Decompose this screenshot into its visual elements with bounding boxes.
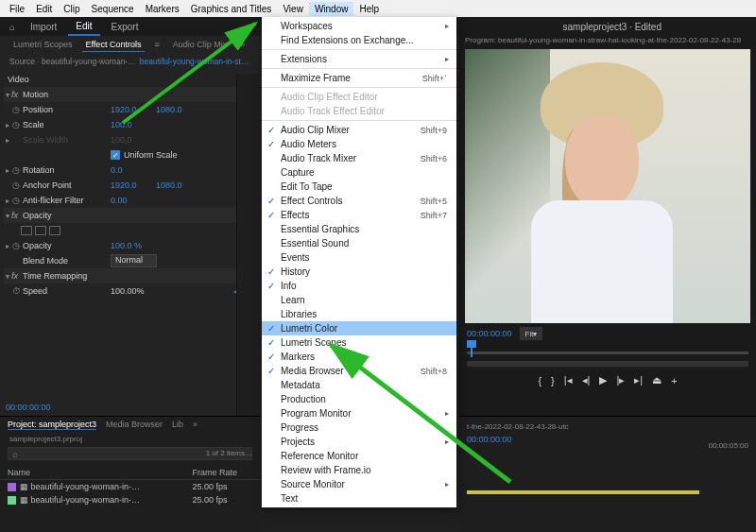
speed-value[interactable]: 100.00% (111, 286, 156, 296)
window-menu-item-lumetri-color[interactable]: ✓Lumetri Color (262, 321, 456, 335)
window-menu-item-media-browser[interactable]: ✓Media BrowserShift+8 (262, 364, 456, 378)
window-menu-item-metadata[interactable]: Metadata (262, 378, 456, 392)
menu-sequence[interactable]: Sequence (86, 2, 140, 16)
window-menu-item-capture[interactable]: Capture (262, 165, 456, 180)
timeline-clip[interactable] (467, 490, 699, 494)
menu-edit[interactable]: Edit (30, 2, 58, 16)
column-framerate[interactable]: Frame Rate (184, 466, 260, 480)
opacity-header[interactable]: ▾ fx Opacity (4, 208, 256, 223)
menu-view[interactable]: View (277, 2, 309, 16)
window-menu-item-projects[interactable]: Projects▸ (262, 435, 456, 449)
table-row[interactable]: ▦ beautiful-young-woman-in-… 25.00 fps (0, 480, 260, 494)
window-menu-item-maximize-frame[interactable]: Maximize FrameShift+` (262, 71, 456, 85)
program-zoom-dropdown[interactable]: Fit ▾ (520, 327, 543, 340)
tab-libraries[interactable]: Lib (172, 420, 183, 430)
tab-panel-menu[interactable]: ≡ (150, 38, 163, 51)
tab-media-browser[interactable]: Media Browser (106, 420, 163, 430)
stopwatch-icon[interactable]: ◷ (11, 105, 21, 114)
scrub-bar[interactable] (467, 361, 748, 367)
mark-in-button[interactable]: { (538, 375, 541, 386)
blend-mode-dropdown[interactable]: Normal (111, 254, 157, 267)
rotation-value[interactable]: 0.0 (111, 165, 156, 175)
menu-clip[interactable]: Clip (58, 2, 85, 16)
play-button[interactable]: ▶ (599, 374, 607, 386)
program-time-slider[interactable] (467, 346, 748, 367)
timeline-timecode[interactable]: 00:00:00:00 (467, 435, 748, 444)
settings-button[interactable]: + (671, 375, 677, 386)
step-back-button[interactable]: ◂| (582, 374, 591, 386)
window-menu-item-libraries[interactable]: Libraries (262, 307, 456, 321)
stopwatch-icon[interactable]: ◷ (11, 196, 21, 205)
window-menu-item-events[interactable]: Events (262, 250, 456, 265)
window-menu-item-essential-sound[interactable]: Essential Sound (262, 236, 456, 250)
label-color-chip[interactable] (8, 496, 16, 505)
stopwatch-icon[interactable]: ◷ (11, 165, 21, 175)
window-menu-item-extensions[interactable]: Extensions▸ (262, 52, 456, 66)
tab-overflow[interactable]: » (236, 38, 249, 51)
ellipse-mask-icon[interactable] (21, 226, 32, 235)
pen-mask-icon[interactable] (49, 226, 60, 235)
anchor-x[interactable]: 1920.0 (111, 180, 156, 190)
stopwatch-icon[interactable]: ◷ (11, 120, 21, 129)
tab-effect-controls[interactable]: Effect Controls (82, 38, 146, 52)
program-video-frame[interactable] (465, 49, 750, 323)
flicker-value[interactable]: 0.00 (111, 196, 156, 205)
window-menu-item-info[interactable]: ✓Info (262, 279, 456, 293)
window-menu-item-effects[interactable]: ✓EffectsShift+7 (262, 208, 456, 222)
home-icon[interactable]: ⌂ (6, 20, 19, 33)
window-menu-item-audio-meters[interactable]: ✓Audio Meters (262, 137, 456, 151)
window-menu-item-audio-clip-mixer[interactable]: ✓Audio Clip MixerShift+9 (262, 123, 456, 137)
tab-audio-clip-mixer[interactable]: Audio Clip Mix (169, 38, 232, 51)
time-remapping-header[interactable]: ▾ fx Time Remapping (4, 268, 256, 283)
workspace-tab-edit[interactable]: Edit (68, 18, 99, 36)
window-menu-item-production[interactable]: Production (262, 392, 456, 406)
window-menu-item-source-monitor[interactable]: Source Monitor▸ (262, 477, 456, 491)
rect-mask-icon[interactable] (35, 226, 46, 235)
effect-controls-keyframe-area[interactable] (236, 74, 260, 416)
menu-help[interactable]: Help (353, 2, 385, 16)
menu-window[interactable]: Window (309, 2, 354, 16)
uniform-scale-checkbox[interactable]: ✓ (111, 150, 120, 160)
go-to-in-button[interactable]: |◂ (564, 374, 573, 386)
export-frame-button[interactable]: ⏏ (652, 374, 662, 386)
position-x[interactable]: 1920.0 (111, 105, 156, 114)
opacity-value[interactable]: 100.0 % (111, 241, 156, 250)
tab-project[interactable]: Project: sampleproject3 (8, 420, 96, 430)
mask-tools[interactable] (4, 226, 60, 235)
tab-overflow[interactable]: » (193, 420, 198, 430)
workspace-tab-import[interactable]: Import (23, 19, 64, 35)
window-menu-item-text[interactable]: Text (262, 491, 456, 506)
window-menu-item-learn[interactable]: Learn (262, 293, 456, 307)
window-menu-item-progress[interactable]: Progress (262, 420, 456, 435)
window-menu-item-essential-graphics[interactable]: Essential Graphics (262, 222, 456, 236)
window-menu-item-history[interactable]: ✓History (262, 265, 456, 279)
column-name[interactable]: Name (0, 466, 184, 480)
menu-file[interactable]: File (4, 2, 30, 16)
clip-link[interactable]: beautiful-young-woman-in-st… (140, 57, 249, 66)
window-menu-item-effect-controls[interactable]: ✓Effect ControlsShift+5 (262, 194, 456, 208)
mark-out-button[interactable]: } (551, 375, 555, 386)
window-menu-item-edit-to-tape[interactable]: Edit To Tape (262, 180, 456, 194)
window-menu-item-find-extensions-on-exchange[interactable]: Find Extensions on Exchange... (262, 33, 456, 47)
window-menu-item-audio-track-mixer[interactable]: Audio Track MixerShift+6 (262, 151, 456, 165)
stopwatch-icon[interactable]: ⏱ (11, 286, 21, 296)
step-fwd-button[interactable]: |▸ (616, 374, 625, 386)
label-color-chip[interactable] (8, 483, 16, 491)
window-menu-item-lumetri-scopes[interactable]: ✓Lumetri Scopes (262, 335, 456, 350)
workspace-tab-export[interactable]: Export (104, 19, 146, 35)
tab-lumetri-scopes[interactable]: Lumetri Scopes (9, 38, 77, 51)
motion-header[interactable]: ▾ fx Motion (4, 87, 256, 102)
playhead-icon[interactable] (471, 344, 472, 357)
program-timecode[interactable]: 00:00:00:00 (467, 329, 512, 338)
window-menu-item-review-with-frame-io[interactable]: Review with Frame.io (262, 463, 456, 477)
window-menu-item-program-monitor[interactable]: Program Monitor▸ (262, 406, 456, 420)
menu-markers[interactable]: Markers (140, 2, 185, 16)
go-to-out-button[interactable]: ▸| (634, 374, 643, 386)
stopwatch-icon[interactable]: ◷ (11, 180, 21, 190)
anchor-y[interactable]: 1080.0 (156, 180, 201, 190)
table-row[interactable]: ▦ beautiful-young-woman-in-… 25.00 fps (0, 493, 260, 506)
window-menu-item-workspaces[interactable]: Workspaces▸ (262, 19, 456, 33)
scale-value[interactable]: 100.0 (111, 120, 156, 129)
window-menu-item-markers[interactable]: ✓Markers (262, 350, 456, 364)
menu-graphics[interactable]: Graphics and Titles (185, 2, 278, 16)
